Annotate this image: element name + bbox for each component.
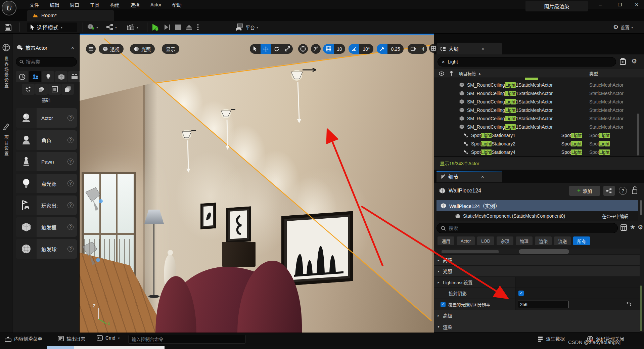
help-icon[interactable]: ? [67,246,74,252]
eject-button[interactable] [186,24,192,31]
surface-snap-button[interactable] [311,44,321,54]
component-tree-root-row[interactable]: WallPiece124（实例） [436,200,638,211]
category-recent-button[interactable] [16,71,28,82]
place-item-player-start[interactable]: 玩家出:? [16,195,77,215]
filter-chip-all[interactable]: 所有 [573,236,590,245]
category-lights-button[interactable] [42,71,54,82]
details-search[interactable] [436,223,618,233]
section-lighting[interactable]: ▾光照 [434,266,640,277]
menu-actor[interactable]: Actor [149,2,163,7]
help-icon[interactable]: ? [67,159,74,165]
category-basic-button[interactable] [29,71,41,82]
details-tab[interactable]: 细节 × [436,171,502,182]
details-scrollbar-lower[interactable] [640,286,642,331]
content-drawer-button[interactable]: 内容侧滑菜单 [5,335,42,342]
world-settings-rail-tab[interactable]: 世界场景设置 [3,56,9,89]
category-vfx-button[interactable] [22,84,35,95]
lightmap-resolution-input[interactable] [518,301,569,308]
quad-view-button[interactable] [429,44,438,53]
edit-blueprint-button[interactable] [603,186,615,196]
unreal-logo-icon[interactable]: U [2,1,16,15]
details-scrollbar[interactable] [640,200,642,215]
show-dropdown[interactable]: 显示 [162,44,179,54]
menu-file[interactable]: 文件 [28,1,40,8]
filter-chip-lod[interactable]: LOD [477,236,494,245]
cinematics-button[interactable]: ▾ [126,23,138,32]
outliner-search-input[interactable] [448,59,612,64]
place-search-input[interactable] [26,59,73,64]
camera-speed-control[interactable]: 4 [408,44,427,54]
menu-select[interactable]: 选择 [129,1,141,8]
category-cinematic-button[interactable] [68,71,81,82]
visibility-eye-icon[interactable] [439,71,444,76]
console-command-input[interactable] [128,335,246,344]
override-enable-checkbox[interactable]: ✓ [441,302,446,307]
place-item-point-light[interactable]: 点光源? [16,174,77,193]
select-mode-dropdown[interactable]: 选择模式 ▾ [27,23,77,32]
outliner-row[interactable]: SM_RoundCeilingLight1StaticMeshActor Sta… [434,114,636,123]
row-lightmass-settings[interactable]: ▸Lightmass设置 [434,277,640,288]
place-item-character[interactable]: 角色? [16,130,77,150]
revert-icon[interactable] [626,302,631,307]
spotlight-gizmo-2[interactable] [221,109,235,150]
blueprints-button[interactable]: ▾ [106,23,117,32]
perspective-dropdown[interactable]: 透视 [99,44,124,54]
filter-chip-misc[interactable]: 杂项 [497,236,513,245]
favorites-star-icon[interactable]: ★ [630,223,635,231]
outliner-scrollbar[interactable] [637,114,639,156]
section-advanced-2[interactable]: ▸高级 [434,310,640,321]
world-space-button[interactable] [298,44,308,54]
menu-build[interactable]: 构建 [109,1,121,8]
help-icon[interactable]: ? [67,180,74,186]
add-component-button[interactable]: + 添加 [569,186,600,196]
pin-icon[interactable] [450,71,453,76]
add-actor-button[interactable]: ▾ [87,23,98,32]
category-geometry-button[interactable] [35,84,48,95]
place-search[interactable] [16,57,77,67]
outliner-search[interactable]: × [438,57,616,67]
cmd-dropdown[interactable]: Cmd ▾ [97,335,120,341]
platforms-dropdown[interactable]: 平台 ▾ [235,23,258,32]
help-icon[interactable]: ? [67,224,74,230]
save-button[interactable] [4,23,12,31]
play-options-icon[interactable] [197,24,199,31]
details-settings-gear-icon[interactable]: ⚙ [638,224,643,231]
spotlight-gizmo-3[interactable] [291,68,316,123]
filter-chip-streaming[interactable]: 流送 [554,236,571,245]
skip-button[interactable] [164,24,171,31]
outliner-row[interactable]: SpotLightStationary4 SpotLight SpotLight [434,148,636,156]
spotlight-gizmo-1[interactable] [182,130,196,173]
sort-ascending-icon[interactable]: ▲ [478,72,481,75]
filter-chip-general[interactable]: 通用 [438,236,454,245]
outliner-row[interactable]: SM_RoundCeilingLight1StaticMeshActor Sta… [434,106,636,114]
grid-snap-control[interactable]: 10 [323,44,345,54]
scale-snap-control[interactable]: 0.25 [377,44,404,54]
rotate-tool-button[interactable] [271,44,282,54]
label-column-header[interactable]: 项目标签 [459,70,476,77]
place-panel-close-icon[interactable]: × [71,45,74,50]
menu-help[interactable]: 帮助 [171,1,183,8]
filter-chip-actor[interactable]: Actor [457,236,475,245]
display-filter-icon[interactable] [620,224,627,231]
category-volumes-button[interactable] [48,84,61,95]
help-icon[interactable]: ? [67,202,74,208]
help-icon[interactable]: ? [619,187,627,195]
output-log-button[interactable]: 输出日志 [58,335,85,342]
place-item-pawn[interactable]: Pawn? [16,152,77,171]
details-search-input[interactable] [449,225,613,231]
angle-snap-control[interactable]: 10° [349,44,373,54]
outliner-row[interactable]: SM_RoundCeilingLight1StaticMeshActor Sta… [434,89,636,97]
photoreal-render-badge[interactable]: 照片级渲染 [525,1,588,11]
category-all-button[interactable] [61,84,74,95]
cast-shadow-checkbox[interactable]: ✓ [518,291,524,296]
derived-data-button[interactable]: 派生数据 [537,335,565,342]
place-item-trigger-box[interactable]: 触发框? [16,217,77,237]
menu-tools[interactable]: 工具 [89,1,101,8]
outliner-close-icon[interactable]: × [481,46,485,51]
project-settings-icon[interactable] [3,123,10,130]
filter-chip-rendering[interactable]: 渲染 [535,236,552,245]
outliner-row[interactable]: SM_RoundCeilingLight1StaticMeshActor Sta… [434,81,636,89]
scale-tool-button[interactable] [282,44,293,54]
project-settings-rail-tab[interactable]: 项目设置 [3,135,9,157]
section-rendering[interactable]: ▾渲染 [434,321,640,333]
